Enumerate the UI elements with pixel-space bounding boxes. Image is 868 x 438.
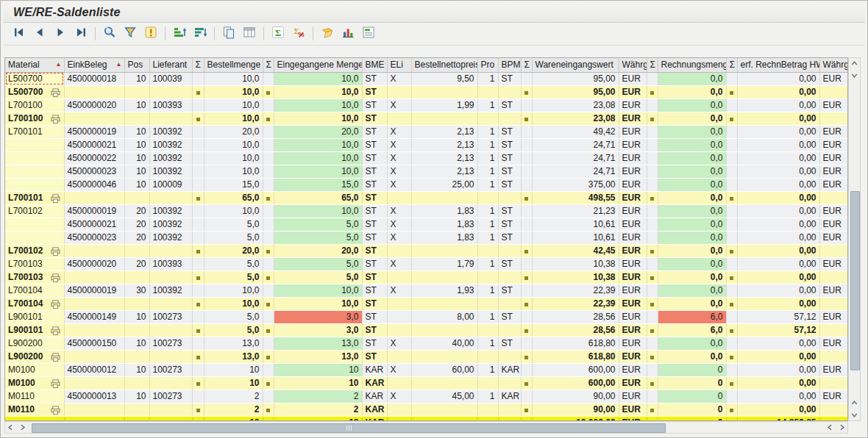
cell-l[interactable]: 100273 [149, 389, 192, 403]
cell-bm[interactable]: 13,0 [204, 337, 263, 350]
cell-c1[interactable]: EUR [619, 297, 647, 310]
cell-em[interactable]: 5,0 [274, 270, 362, 284]
cell-m[interactable]: L700104 [5, 284, 64, 297]
cell-bm[interactable]: 10,0 [204, 284, 263, 297]
cell-pro[interactable]: 1 [477, 363, 498, 376]
detail-row[interactable]: L70010145000000191010039220,020,0STX2,13… [5, 125, 847, 138]
cell-c1[interactable]: EUR [619, 191, 647, 204]
cell-u1[interactable]: ST [362, 310, 387, 323]
cell-b[interactable] [64, 244, 124, 257]
cell-s5[interactable] [726, 297, 737, 310]
cell-wew[interactable]: 24,71 [532, 151, 619, 165]
detail-row[interactable]: L50070045000000181010003910,010,0STX9,50… [5, 72, 847, 85]
cell-c1[interactable]: EUR [619, 403, 647, 416]
cell-m[interactable]: L700100 [5, 112, 64, 125]
horizontal-scroll-thumb[interactable] [32, 423, 666, 433]
subtotal-row[interactable]: L50070010,010,0ST95,00EUR0,00,00 [5, 85, 847, 98]
cell-l[interactable]: 100273 [149, 363, 192, 376]
column-header-wew[interactable]: Wareneingangswert [532, 58, 619, 72]
cell-bm[interactable]: 5,0 [204, 257, 263, 270]
detail-row[interactable]: 45000000221010039210,010,0STX2,131ST24,7… [5, 151, 847, 165]
cell-erb[interactable]: 0,00 [737, 350, 819, 363]
cell-b[interactable]: 4500000022 [64, 151, 124, 165]
cell-u2[interactable]: ST [498, 178, 521, 191]
cell-eli[interactable] [387, 416, 411, 421]
cell-rm[interactable]: 0,0 [658, 231, 726, 244]
cell-m[interactable]: L900101 [5, 310, 64, 323]
cell-s2[interactable] [263, 112, 274, 125]
cell-s1[interactable] [192, 178, 204, 191]
cell-em[interactable]: 10,0 [274, 98, 362, 112]
cell-s4[interactable] [647, 138, 658, 151]
cell-bm[interactable]: 20,0 [204, 244, 263, 257]
cell-erb[interactable]: 0,00 [737, 389, 819, 403]
cell-c1[interactable]: EUR [619, 244, 647, 257]
cell-erb[interactable]: 57,12 [737, 323, 819, 337]
cell-s1[interactable] [192, 218, 204, 231]
cell-wew[interactable]: 618,80 [532, 337, 619, 350]
cell-u2[interactable]: ST [498, 125, 521, 138]
cell-b[interactable]: 4500000019 [64, 204, 124, 218]
cell-s1[interactable] [192, 98, 204, 112]
filter-button[interactable] [121, 24, 140, 43]
cell-c1[interactable]: EUR [619, 363, 647, 376]
cell-eli[interactable] [387, 191, 411, 204]
cell-pro[interactable]: 1 [477, 310, 498, 323]
cell-c1[interactable]: EUR [619, 85, 647, 98]
cell-c1[interactable]: EUR [619, 323, 647, 337]
cell-s3[interactable] [521, 112, 532, 125]
cell-m[interactable]: L700104 [5, 297, 64, 310]
subtotal-row[interactable]: L70010165,065,0ST498,55EUR0,00,00 [5, 191, 847, 204]
cell-m[interactable]: M0100 [5, 376, 64, 389]
cell-p[interactable] [124, 270, 149, 284]
cell-s2[interactable] [263, 350, 274, 363]
cell-bm[interactable]: 10,0 [204, 85, 263, 98]
cell-u1[interactable]: ST [362, 284, 387, 297]
cell-m[interactable] [5, 138, 64, 151]
cell-rm[interactable]: 0,0 [658, 151, 726, 165]
sort-ascending-button[interactable] [170, 24, 189, 43]
cell-eli[interactable]: X [387, 125, 411, 138]
column-header-s5[interactable]: Σ [726, 58, 737, 72]
cell-l[interactable] [149, 297, 192, 310]
cell-s3[interactable] [521, 323, 532, 337]
cell-s1[interactable] [192, 284, 204, 297]
column-header-u1[interactable]: BME [362, 58, 387, 72]
cell-s4[interactable] [647, 257, 658, 270]
cell-c1[interactable]: EUR [619, 98, 647, 112]
cell-p[interactable]: 10 [124, 389, 149, 403]
cell-bm[interactable]: 10,0 [204, 112, 263, 125]
cell-em[interactable]: 10,0 [274, 165, 362, 178]
cell-bm[interactable]: 13,0 [204, 350, 263, 363]
cell-c1[interactable]: EUR [619, 178, 647, 191]
cell-l[interactable]: 100273 [149, 310, 192, 323]
cell-eli[interactable] [387, 310, 411, 323]
cell-b[interactable]: 4500000023 [64, 165, 124, 178]
cell-u2[interactable]: ST [498, 165, 521, 178]
cell-m[interactable]: L700101 [5, 125, 64, 138]
column-header-s4[interactable]: Σ [647, 58, 658, 72]
cell-eli[interactable] [387, 297, 411, 310]
cell-c2[interactable] [819, 244, 847, 257]
cell-pr[interactable]: 1,83 [411, 231, 477, 244]
cell-p[interactable]: 10 [124, 178, 149, 191]
cell-s4[interactable] [647, 416, 658, 421]
cell-p[interactable]: 10 [124, 98, 149, 112]
cell-pro[interactable]: 1 [477, 125, 498, 138]
cell-s2[interactable] [263, 297, 274, 310]
cell-erb[interactable]: 0,00 [737, 270, 819, 284]
cell-u1[interactable]: ST [362, 191, 387, 204]
cell-s4[interactable] [647, 297, 658, 310]
cell-s5[interactable] [726, 284, 737, 297]
scroll-down-button[interactable] [849, 70, 860, 81]
cell-pro[interactable]: 1 [477, 389, 498, 403]
cell-l[interactable]: 100392 [149, 151, 192, 165]
cell-s1[interactable] [192, 363, 204, 376]
cell-u2[interactable]: ST [498, 204, 521, 218]
cell-erb[interactable]: 14.859,85 [737, 416, 819, 421]
cell-u2[interactable]: ST [498, 98, 521, 112]
sort-descending-button[interactable] [191, 24, 210, 43]
cell-s3[interactable] [521, 72, 532, 85]
cell-wew[interactable]: 12.002,06 [532, 416, 619, 421]
cell-em[interactable]: 5,0 [274, 218, 362, 231]
